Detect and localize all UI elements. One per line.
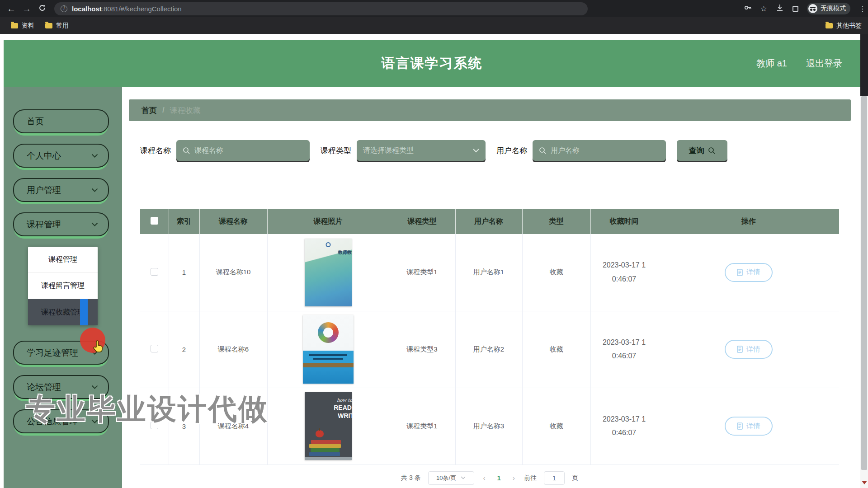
incognito-icon [808,4,817,13]
table-row: 2课程名称6课程类型3用户名称2收藏2023-03-17 10:46:07详情 [140,311,839,388]
detail-button[interactable]: 详情 [725,417,773,436]
search-icon [539,147,547,155]
divider [818,22,818,30]
user-name-input[interactable]: 用户名称 [533,140,666,161]
breadcrumb: 首页 / 课程收藏 [129,99,851,121]
sidebar-item-3[interactable]: 用户管理 [13,178,109,202]
detail-button[interactable]: 详情 [725,263,773,282]
hand-cursor-icon [92,340,104,355]
scroll-down-arrow-icon[interactable] [862,481,867,484]
folder-icon [826,23,833,28]
incognito-label: 无痕模式 [821,5,846,13]
search-button-label: 查询 [689,145,704,156]
search-icon [183,147,190,155]
user-name-placeholder: 用户名称 [551,146,580,155]
reload-icon[interactable] [34,4,50,14]
book-seal-icon [326,242,330,247]
bookmark-folder-1[interactable]: 资料 [11,22,34,30]
bookmark-folder-2[interactable]: 常用 [45,22,69,30]
search-button[interactable]: 查询 [677,140,727,161]
search-icon [708,147,716,155]
row-checkbox[interactable] [151,268,158,276]
course-name-label: 课程名称 [140,145,171,156]
page-size-value: 10条/页 [436,474,456,482]
course-photo: 教师教学用书 [305,239,352,306]
breadcrumb-separator: / [162,106,165,115]
cell-time: 2023-03-17 10:46:07 [590,388,658,465]
course-name-placeholder: 课程名称 [194,146,223,155]
column-header-4: 课程类型 [389,209,455,234]
tab-preview-icon[interactable] [793,6,798,12]
sidebar-item-1[interactable]: 首页 [13,109,109,133]
column-header-8: 操作 [658,209,839,234]
folder-icon [45,23,52,28]
chevron-down-icon [91,385,98,389]
column-header-3: 课程照片 [267,209,389,234]
site-info-icon[interactable]: i [61,5,67,12]
bookmark-star-icon[interactable]: ☆ [760,4,767,14]
course-name-input[interactable]: 课程名称 [176,140,310,161]
other-bookmarks[interactable]: 其他书签 [826,22,862,30]
folder-icon [11,23,18,28]
filter-bar: 课程名称 课程名称 课程类型 请选择课程类型 用户名称 用户名称 查询 [140,140,860,161]
page-title: 语言课学习系统 [382,54,483,73]
column-header-1: 索引 [169,209,199,234]
cell-index: 2 [169,311,199,388]
app-header: 语言课学习系统 教师 a1 退出登录 [4,40,860,87]
prev-page-button[interactable]: ‹ [481,474,487,482]
column-header-5: 用户名称 [455,209,522,234]
submenu-item-2[interactable]: 课程留言管理 [28,273,98,299]
goto-unit: 页 [572,474,578,482]
key-icon[interactable] [744,4,752,14]
cell-course-type: 课程类型1 [389,388,455,465]
detail-button-label: 详情 [746,345,760,354]
submenu-item-label: 课程管理 [48,255,77,264]
forward-icon[interactable]: → [19,4,34,14]
page-size-select[interactable]: 10条/页 [428,471,474,485]
cell-course-type: 课程类型3 [389,311,455,388]
scrollbar-thumb[interactable] [861,96,867,470]
address-bar[interactable]: i localhost:8081/#/kechengCollection [54,2,588,15]
column-header-7: 收藏时间 [590,209,658,234]
course-type-select[interactable]: 请选择课程类型 [357,140,486,161]
goto-page-input[interactable] [544,471,565,485]
sidebar-item-4[interactable]: 课程管理 [13,212,109,236]
chevron-down-icon [91,222,98,227]
page-scrollbar[interactable] [860,34,868,488]
chevron-down-icon [91,154,98,158]
sidebar-item-2[interactable]: 个人中心 [13,144,109,168]
detail-button[interactable]: 详情 [725,340,773,359]
submenu-item-1[interactable]: 课程管理 [28,247,98,273]
download-icon[interactable] [776,4,784,14]
breadcrumb-home[interactable]: 首页 [142,105,157,116]
logout-button[interactable]: 退出登录 [806,57,842,70]
sidebar-item-label: 首页 [27,116,44,127]
back-icon[interactable]: ← [4,4,19,14]
pagination: 共 3 条 10条/页 ‹ 1 › 前往 页 [140,471,839,485]
sidebar-item-label: 学习足迹管理 [27,347,78,359]
table-header-row: 索引课程名称课程照片课程类型用户名称类型收藏时间操作 [140,209,839,234]
select-all-checkbox[interactable] [151,217,158,225]
detail-button-label: 详情 [746,268,760,277]
submenu-item-3[interactable]: 课程收藏管理 [28,299,98,325]
bookmark-label: 常用 [56,22,69,30]
other-bookmarks-label: 其他书签 [836,22,862,30]
goto-label: 前往 [524,474,537,482]
cell-course-name: 课程名称6 [199,311,267,388]
cell-category: 收藏 [522,234,590,311]
breadcrumb-current: 课程收藏 [170,105,201,116]
incognito-badge: 无痕模式 [807,3,850,14]
browser-menu-icon[interactable]: ⋮ [859,8,862,10]
document-icon [737,346,743,353]
row-checkbox[interactable] [151,345,158,352]
table-row: 1课程名称10教师教学用书课程类型1用户名称1收藏2023-03-17 10:4… [140,234,839,311]
detail-button-label: 详情 [746,422,760,431]
submenu-scrollbar [80,299,88,325]
course-management-submenu: 课程管理课程留言管理课程收藏管理 [28,247,98,325]
chevron-down-icon [473,149,479,153]
next-page-button[interactable]: › [511,474,517,482]
cell-user-name: 用户名称1 [455,234,522,311]
cell-index: 1 [169,234,199,311]
user-name-label: 用户名称 [496,145,527,156]
watermark-text: 专业毕业设计代做 [26,389,269,429]
